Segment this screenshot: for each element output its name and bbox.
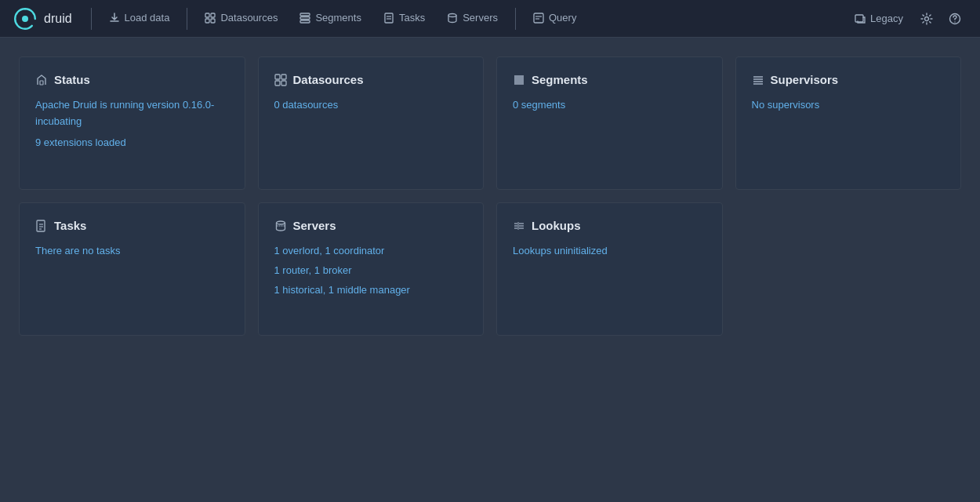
gear-icon [920,13,933,25]
navbar: druid Load data Datasources [0,0,980,38]
brand-name: druid [44,12,72,26]
lookups-link[interactable]: Lookups uninitialized [513,245,608,256]
svg-rect-15 [855,15,863,22]
servers-line2: 1 router, 1 broker [274,263,468,279]
tasks-card-header: Tasks [35,219,229,232]
navbar-divider [91,8,92,30]
datasources-card-header: Datasources [274,73,468,86]
settings-button[interactable] [914,6,939,31]
supervisors-value: No supervisors [752,97,946,114]
nav-item-query[interactable]: Query [522,0,587,38]
tasks-title: Tasks [54,219,86,232]
supervisors-card-header: Supervisors [752,73,946,86]
servers-link-3[interactable]: 1 historical, 1 middle manager [274,284,410,296]
lookups-card-icon [513,220,525,232]
datasources-card-icon [274,74,287,86]
segments-link[interactable]: 0 segments [513,99,565,111]
servers-line3: 1 historical, 1 middle manager [274,282,468,299]
svg-rect-7 [300,20,310,23]
segments-card-icon [513,74,525,86]
tasks-icon [383,13,394,24]
segments-value: 0 segments [513,97,706,114]
status-title: Status [54,73,90,86]
nav-item-load-data[interactable]: Load data [98,0,181,38]
status-card-header: Status [35,73,229,86]
lookups-value: Lookups uninitialized [513,243,706,260]
datasources-link[interactable]: 0 datasources [274,99,339,111]
svg-rect-3 [205,19,209,23]
svg-point-11 [448,13,456,16]
svg-rect-12 [534,13,543,23]
nav-menu: Load data Datasources Segments [98,0,848,38]
datasources-card: Datasources 0 datasources [258,56,485,190]
query-icon [533,13,544,24]
svg-rect-8 [385,13,393,23]
supervisors-title: Supervisors [771,73,839,86]
status-icon [35,74,48,86]
supervisors-card: Supervisors No supervisors [735,56,962,190]
nav-item-datasources[interactable]: Datasources [194,0,289,38]
servers-card: Servers 1 overlord, 1 coordinator 1 rout… [258,202,485,336]
servers-card-header: Servers [274,219,468,232]
nav-item-query-label: Query [549,12,576,24]
datasources-value: 0 datasources [274,97,468,114]
tasks-card-icon [35,220,48,232]
nav-divider-1 [187,8,187,30]
tasks-card: Tasks There are no tasks [19,202,245,336]
status-card: Status Apache Druid is running version 0… [19,56,245,190]
svg-rect-20 [275,75,280,79]
svg-rect-22 [275,81,280,85]
svg-point-38 [276,221,285,224]
legacy-button[interactable]: Legacy [847,9,911,27]
svg-rect-2 [211,13,215,17]
navbar-right: Legacy [847,6,967,31]
svg-point-16 [925,16,929,20]
segments-icon [299,13,310,24]
svg-point-18 [954,21,955,22]
svg-rect-23 [281,81,286,85]
druid-logo-icon [13,6,38,31]
segments-card: Segments 0 segments [496,56,723,190]
supervisors-text: No supervisors [752,99,820,111]
nav-item-servers-label: Servers [463,12,498,24]
status-version-link[interactable]: Apache Druid is running version 0.16.0-i… [35,99,214,127]
servers-title: Servers [293,219,336,232]
svg-rect-34 [37,220,45,231]
servers-icon [447,13,458,24]
servers-link-2[interactable]: 1 router, 1 broker [274,264,352,276]
nav-item-datasources-label: Datasources [220,12,278,24]
svg-rect-21 [281,75,286,79]
status-extensions: 9 extensions loaded [35,135,229,151]
status-version: Apache Druid is running version 0.16.0-i… [35,97,229,130]
brand[interactable]: druid [13,6,72,31]
nav-item-tasks-label: Tasks [399,12,425,24]
servers-link-1[interactable]: 1 overlord, 1 coordinator [274,245,385,256]
nav-item-segments-label: Segments [315,12,361,24]
servers-card-icon [274,220,287,232]
svg-rect-5 [300,13,310,16]
segments-card-header: Segments [513,73,706,86]
nav-item-load-data-label: Load data [125,12,170,24]
tasks-text: There are no tasks [35,245,120,256]
nav-item-segments[interactable]: Segments [289,0,372,38]
datasources-title: Datasources [293,73,364,86]
svg-rect-19 [40,81,43,85]
status-extensions-link[interactable]: 9 extensions loaded [35,136,126,148]
svg-rect-1 [205,13,209,17]
svg-point-0 [22,16,28,22]
nav-item-tasks[interactable]: Tasks [372,0,436,38]
load-data-icon [109,13,120,24]
datasources-icon [205,13,216,24]
legacy-icon [855,13,866,24]
segments-title: Segments [532,73,588,86]
lookups-card-header: Lookups [513,219,706,232]
servers-line1: 1 overlord, 1 coordinator [274,243,468,260]
svg-rect-6 [300,16,310,19]
svg-rect-4 [211,19,215,23]
help-button[interactable] [942,6,967,31]
lookups-title: Lookups [532,219,581,232]
legacy-label: Legacy [870,13,903,24]
lookups-card: Lookups Lookups uninitialized [496,202,723,336]
tasks-value: There are no tasks [35,243,229,260]
nav-item-servers[interactable]: Servers [436,0,509,38]
